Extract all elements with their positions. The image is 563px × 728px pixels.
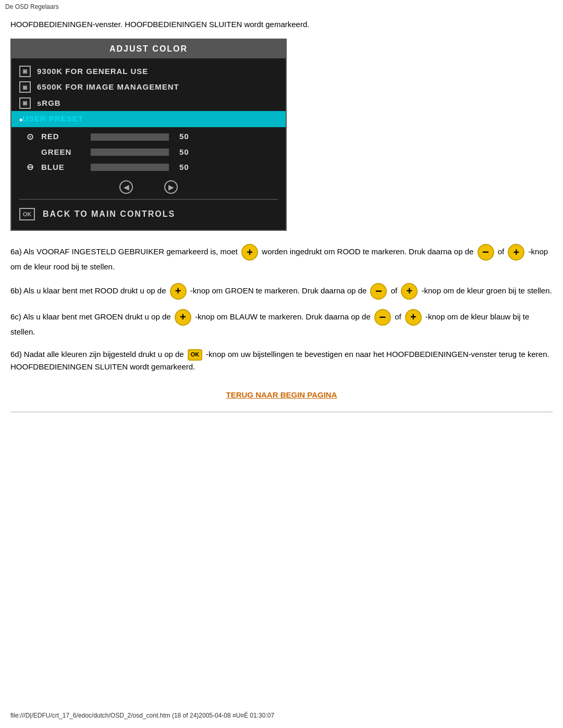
para-6b: 6b) Als u klaar bent met ROOD drukt u op… [10,283,553,300]
footer-link[interactable]: TERUG NAAR BEGIN PAGINA [226,390,337,399]
icon-square-2: ▣ [22,83,28,91]
osd-item-icon-3: ▣ [19,97,31,109]
osd-item-label-2: 6500K FOR IMAGE MANAGEMENT [37,81,179,93]
ok-btn-6d[interactable]: OK [188,349,202,361]
back-row[interactable]: OK BACK TO MAIN CONTROLS [19,202,278,225]
back-icon: OK [19,208,35,220]
osd-item-icon-1: ▣ [19,66,31,77]
para-6c-text1: 6c) Als u klaar bent met GROEN drukt u o… [10,312,173,321]
user-preset-label: USER PRESET [22,113,83,125]
blue-value: 50 [179,162,189,174]
minus-btn-6c[interactable]: − [374,309,391,326]
osd-item-icon-2: ▣ [19,81,31,93]
osd-header: ADJUST COLOR [11,40,286,58]
red-slider[interactable] [91,133,169,141]
left-arrow[interactable]: ◀ [119,180,133,194]
right-arrow[interactable]: ▶ [164,180,178,194]
icon-square-3: ▣ [22,99,28,107]
plus-btn-6c-1[interactable]: + [175,309,191,326]
plus-btn-6a-1[interactable]: + [241,244,258,261]
para-6a-of: of [498,247,507,256]
sub-item-red[interactable]: ⊙ RED 50 [25,129,278,145]
icon-square-1: ▣ [22,67,28,75]
green-slider[interactable] [91,149,169,156]
red-icon: ⊙ [25,131,36,143]
main-content: HOOFDBEDIENINGEN-venster. HOOFDBEDIENING… [0,14,563,428]
sub-item-blue[interactable]: ⊖ BLUE 50 [25,159,278,175]
status-text: file:///D|/EDFU/crt_17_6/edoc/dutch/OSD_… [10,712,274,719]
osd-body: ▣ 9300K FOR GENERAL USE ▣ 6500K FOR IMAG… [11,58,286,230]
para-6c-of: of [395,312,403,321]
back-label: BACK TO MAIN CONTROLS [43,208,175,220]
para-6b-text1: 6b) Als u klaar bent met ROOD drukt u op… [10,286,168,295]
top-bar: De OSD Regelaars [0,0,563,14]
minus-btn-6a[interactable]: − [478,244,494,261]
ok-icon-label: OK [23,210,32,219]
green-label: GREEN [41,146,83,158]
osd-item-9300k[interactable]: ▣ 9300K FOR GENERAL USE [19,64,278,80]
osd-item-label-1: 9300K FOR GENERAL USE [37,66,148,78]
osd-divider [19,199,278,200]
minus-btn-6b[interactable]: − [370,283,387,300]
user-preset-row[interactable]: ■ USER PRESET [11,111,286,127]
blue-icon: ⊖ [25,161,36,174]
para-6b-of: of [391,286,400,295]
green-value: 50 [179,146,189,158]
nav-arrows: ◀ ▶ [19,177,278,197]
red-value: 50 [179,131,189,143]
para-6d-text1: 6d) Nadat alle kleuren zijn bijgesteld d… [10,350,186,359]
para-6a-text2: worden ingedrukt om ROOD te markeren. Dr… [262,247,475,256]
blue-label: BLUE [41,162,83,174]
plus-btn-6a-2[interactable]: + [508,244,524,261]
status-bar: file:///D|/EDFU/crt_17_6/edoc/dutch/OSD_… [5,708,279,723]
footer-link-container: TERUG NAAR BEGIN PAGINA [10,389,553,401]
osd-item-srgb[interactable]: ▣ sRGB [19,95,278,112]
para-6c: 6c) Als u klaar bent met GROEN drukt u o… [10,309,553,339]
sub-items: ⊙ RED 50 GREEN 50 [19,127,278,178]
para-6b-text3: -knop om de kleur groen bij te stellen. [422,286,552,295]
para-6c-text2: -knop om BLAUW te markeren. Druk daarna … [195,312,373,321]
sub-item-green[interactable]: GREEN 50 [25,145,278,160]
blue-slider[interactable] [91,164,169,171]
plus-btn-6b-1[interactable]: + [170,283,187,300]
plus-btn-6c-2[interactable]: + [405,309,422,326]
osd-item-6500k[interactable]: ▣ 6500K FOR IMAGE MANAGEMENT [19,79,278,95]
bottom-divider [10,412,553,412]
para-6b-text2: -knop om GROEN te markeren. Druk daarna … [190,286,369,295]
plus-btn-6b-2[interactable]: + [401,283,418,300]
para-6a-text1: 6a) Als VOORAF INGESTELD GEBRUIKER gemar… [10,247,240,256]
red-label: RED [41,131,83,143]
intro-text: HOOFDBEDIENINGEN-venster. HOOFDBEDIENING… [10,19,553,31]
osd-panel: ADJUST COLOR ▣ 9300K FOR GENERAL USE ▣ 6… [10,39,287,231]
para-6d: 6d) Nadat alle kleuren zijn bijgesteld d… [10,348,553,374]
para-6a: 6a) Als VOORAF INGESTELD GEBRUIKER gemar… [10,244,553,274]
top-bar-title: De OSD Regelaars [5,3,59,10]
osd-item-label-3: sRGB [37,97,61,109]
